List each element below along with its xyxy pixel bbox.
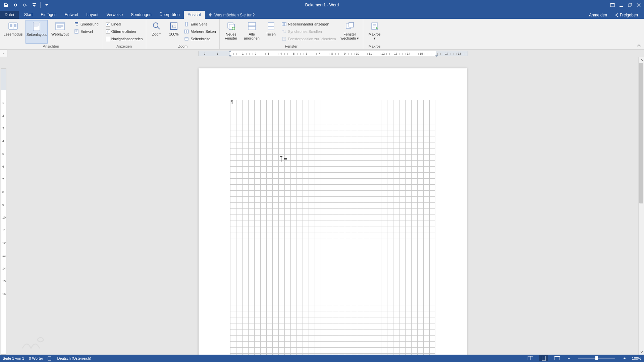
side-by-side-label: Nebeneinander anzeigen [288,22,329,26]
web-layout-icon [55,22,65,30]
tab-verweise[interactable]: Verweise [102,11,127,19]
scroll-down-button[interactable] [639,349,644,355]
scroll-up-button[interactable] [639,57,644,63]
undo-button[interactable] [11,1,19,9]
ribbon-display-options-button[interactable] [608,1,616,9]
macros-icon [370,22,379,31]
page-width-label: Seitenbreite [191,37,210,41]
tell-me-placeholder: Was möchten Sie tun? [214,13,255,17]
print-layout-view-button[interactable] [539,355,548,361]
multi-page-button[interactable]: Mehrere Seiten [182,28,217,35]
outline-button[interactable]: Gliederung [72,21,100,27]
group-views-label: Ansichten [2,44,100,49]
ribbon: Lesemodus Seitenlayout Weblayout Glieder… [0,19,644,50]
read-mode-view-button[interactable] [526,355,535,361]
qat-dropdown-button[interactable] [43,1,51,9]
page-width-button[interactable]: Seitenbreite [182,36,217,42]
tab-entwurf[interactable]: Entwurf [61,11,83,19]
save-button[interactable] [2,1,10,9]
tabs-right: Anmelden Freigeben [587,11,644,19]
spellcheck-icon [48,356,52,361]
print-layout-icon [33,22,41,31]
svg-point-10 [153,23,158,27]
horizontal-ruler[interactable]: 211234567891011121314151718 [198,51,468,56]
language-status[interactable]: Deutsch (Österreich) [57,356,91,360]
print-layout-button[interactable]: Seitenlayout [25,20,48,44]
ruler-checkbox[interactable]: ✓ Lineal [104,21,144,27]
switch-windows-button[interactable]: Fenster wechseln ▾ [339,20,361,44]
navpane-checkbox[interactable]: Navigationsbereich [104,36,144,42]
svg-rect-1 [610,3,614,4]
redo-button[interactable] [21,1,29,9]
switch-windows-label: Fenster wechseln ▾ [339,32,361,40]
zoom-slider[interactable] [578,358,615,359]
page[interactable]: ¶ [199,68,467,355]
tab-layout[interactable]: Layout [82,11,102,19]
tab-ueberpruefen[interactable]: Überprüfen [156,11,184,19]
group-window: Neues Fenster Alle anordnen Teilen Neben… [220,19,363,49]
document-area[interactable]: ¶ [7,57,638,355]
signin-link[interactable]: Anmelden [587,11,609,19]
vertical-scrollbar[interactable] [638,57,644,355]
status-bar: Seite 1 von 1 0 Wörter Deutsch (Österrei… [0,355,644,362]
draft-button[interactable]: Entwurf [72,28,100,35]
multi-page-label: Mehrere Seiten [191,29,216,34]
new-window-button[interactable]: Neues Fenster [222,20,240,44]
ribbon-tabs: Datei Start Einfügen Entwurf Layout Verw… [0,10,644,19]
svg-rect-14 [184,30,186,33]
zoom-slider-knob[interactable] [595,356,598,360]
zoom-out-button[interactable]: − [566,356,572,360]
first-line-indent-marker[interactable] [228,50,232,52]
split-button[interactable]: Teilen [263,20,279,44]
close-button[interactable] [635,1,643,9]
qat-customize-button[interactable] [30,1,38,9]
tell-me-search[interactable]: Was möchten Sie tun? [205,11,258,19]
web-layout-button[interactable]: Weblayout [49,20,71,44]
page-number-status[interactable]: Seite 1 von 1 [3,356,24,360]
tab-start[interactable]: Start [20,11,37,19]
scroll-track[interactable] [639,63,644,349]
svg-rect-6 [33,22,40,31]
horizontal-ruler-wrap: 211234567891011121314151718 [7,50,644,57]
spellcheck-status[interactable] [48,356,52,361]
macros-button[interactable]: Makros▾ [365,20,384,44]
paragraph-mark-icon: ¶ [231,99,233,104]
collapse-ribbon-button[interactable] [636,43,642,48]
restore-button[interactable] [626,1,634,9]
side-by-side-icon [282,22,286,26]
window-controls [608,1,644,9]
tab-ansicht[interactable]: Ansicht [184,11,205,19]
arrange-all-button[interactable]: Alle anordnen [242,20,262,44]
read-mode-icon [8,22,18,30]
sync-scroll-button: Synchrones Scrollen [280,28,337,35]
scroll-thumb[interactable] [639,63,643,203]
workspace: 12345678910111213141516 ¶ [0,57,644,355]
gridlines-overlay [230,100,435,355]
one-page-button[interactable]: Eine Seite [182,21,217,27]
zoom-icon [152,22,161,31]
share-button[interactable]: Freigeben [612,11,640,19]
tab-sendungen[interactable]: Sendungen [127,11,155,19]
qat-separator [40,2,41,8]
zoom-button[interactable]: Zoom [148,20,165,44]
minimize-button[interactable] [617,1,625,9]
zoom-level-button[interactable]: 100% [632,356,641,360]
quick-access-toolbar [0,1,51,9]
new-window-icon [227,22,235,31]
side-by-side-button[interactable]: Nebeneinander anzeigen [280,21,337,27]
word-count-status[interactable]: 0 Wörter [29,356,43,360]
web-layout-view-button[interactable] [553,355,561,361]
read-mode-button[interactable]: Lesemodus [2,20,24,44]
zoom-in-button[interactable]: + [622,356,627,360]
vertical-ruler[interactable]: 12345678910111213141516 [1,68,6,355]
group-window-label: Fenster [222,44,361,49]
gridlines-checkbox[interactable]: ✓ Gitternetzlinien [104,28,144,35]
tab-file[interactable]: Datei [0,11,19,19]
title-bar: Dokument1 - Word [0,0,644,10]
gridlines-label: Gitternetzlinien [111,29,136,34]
group-views: Lesemodus Seitenlayout Weblayout Glieder… [0,19,102,49]
tab-einfuegen[interactable]: Einfügen [37,11,60,19]
zoom-label: Zoom [152,32,161,36]
tab-selector[interactable]: ⌐ [0,50,7,57]
zoom-100-button[interactable]: 1:1 100% [166,20,181,44]
